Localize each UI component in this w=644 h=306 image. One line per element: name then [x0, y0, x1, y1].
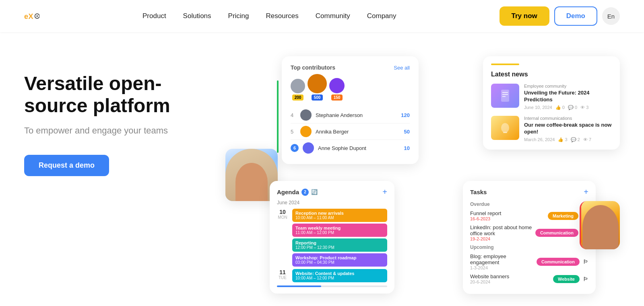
task-date-4: 20-6-2024	[470, 279, 550, 284]
request-demo-button[interactable]: Request a demo	[24, 155, 109, 176]
nav-links: Product Solutions Pricing Resources Comm…	[142, 12, 396, 20]
nav-company[interactable]: Company	[367, 12, 396, 20]
agenda-day-11: 11 TUE Website: Content & updates 10:00 …	[277, 269, 387, 282]
task-info-1: Funnel report 16-6-2023	[470, 210, 545, 221]
news-item-1: Employee community Unveiling the Future:…	[491, 84, 612, 110]
svg-text:e: e	[24, 12, 28, 21]
task-flag-3: 🏳	[583, 259, 588, 265]
agenda-day-num-11: 11 TUE	[277, 269, 288, 280]
contributor-row-6: 6 Anne Sophie Dupont 10	[291, 140, 410, 156]
score-badge-2: 500	[312, 94, 323, 101]
task-name-1: Funnel report	[470, 210, 545, 216]
contributor-avatar-2: 500	[308, 74, 327, 101]
task-name-4: Website banners	[470, 273, 550, 279]
agenda-day-num-10: 10 MON	[277, 209, 288, 220]
hero-subtitle: To empower and engage your teams	[24, 125, 201, 137]
task-tag-1: Marketing	[548, 212, 578, 220]
news-content-2: Internal communications Our new coffee-b…	[524, 116, 612, 142]
logo[interactable]: e X	[24, 8, 39, 24]
agenda-title-row: Agenda 2 🔄	[277, 189, 318, 196]
upcoming-label: Upcoming	[470, 244, 588, 250]
see-all-link[interactable]: See all	[394, 65, 410, 71]
agenda-header: Agenda 2 🔄 +	[277, 187, 387, 197]
task-upcoming-2: Website banners 20-6-2024 Website 🏳	[470, 273, 588, 284]
nav-solutions[interactable]: Solutions	[183, 12, 211, 20]
event-team-meeting[interactable]: Team weekly meeting 11:00 AM – 12:00 PM	[292, 224, 387, 237]
task-date-1: 16-6-2023	[470, 216, 545, 221]
agenda-progress-fill	[277, 285, 321, 287]
contributors-card: Top contributors See all 200 500 150	[282, 56, 419, 164]
task-upcoming-1: Blog: employee engagement 1-3-2024 Commu…	[470, 253, 588, 270]
hero-right: Top contributors See all 200 500 150	[225, 56, 620, 306]
hero-left: Versatile open-source platform To empowe…	[24, 56, 201, 176]
task-name-3: Blog: employee engagement	[470, 253, 533, 265]
event-workshop[interactable]: Workshop: Product roadmap 03:00 PM – 04:…	[292, 253, 387, 267]
agenda-events-day-10: Reception new arrivals 10:00 AM – 11:00 …	[292, 209, 387, 267]
news-headline-1[interactable]: Unveiling the Future: 2024 Predictions	[524, 90, 612, 103]
nav-resources[interactable]: Resources	[266, 12, 299, 20]
task-date-2: 19-2-2024	[470, 236, 532, 241]
nav-actions: Try now Demo En	[500, 6, 620, 26]
task-info-2: LinkedIn: post about home office work 19…	[470, 224, 532, 241]
contrib-avatar-6	[303, 142, 314, 154]
news-image-2	[491, 116, 519, 140]
task-flag-4: 🏳	[583, 276, 588, 282]
news-accent-bar	[491, 64, 519, 65]
news-image-1	[491, 84, 519, 108]
tasks-add-button[interactable]: +	[584, 187, 588, 197]
language-button[interactable]: En	[602, 7, 620, 25]
nav-pricing[interactable]: Pricing	[228, 12, 249, 20]
svg-point-8	[501, 123, 509, 133]
task-info-3: Blog: employee engagement 1-3-2024	[470, 253, 533, 270]
agenda-card: Agenda 2 🔄 + June 2024 10 MON Reception …	[270, 181, 394, 294]
event-reception[interactable]: Reception new arrivals 10:00 AM – 11:00 …	[292, 209, 387, 222]
news-card-title: Latest news	[491, 71, 612, 78]
user-photo-card-2	[580, 201, 620, 249]
task-date-3: 1-3-2024	[470, 265, 533, 270]
contributor-row-4: 4 Stephanie Anderson 120	[291, 107, 410, 123]
navbar: e X Product Solutions Pricing Resources …	[0, 0, 644, 32]
contributors-title: Top contributors	[291, 64, 335, 71]
agenda-title: Agenda	[277, 189, 299, 195]
score-badge-1: 200	[292, 94, 304, 101]
hero-section: Versatile open-source platform To empowe…	[0, 32, 644, 306]
svg-rect-9	[503, 132, 507, 133]
event-reporting[interactable]: Reporting 12:00 PM – 12:30 PM	[292, 238, 387, 252]
news-card: Latest news Employee community Unveiling…	[483, 56, 620, 150]
score-badge-3: 150	[331, 94, 343, 101]
news-meta-1: June 10, 2024 👍 0 💬 0 👁 3	[524, 105, 612, 110]
green-accent-line	[277, 80, 279, 153]
contributors-header: Top contributors See all	[291, 64, 410, 71]
svg-text:X: X	[28, 12, 33, 21]
contrib-avatar-4	[300, 109, 312, 121]
agenda-badge: 2	[301, 189, 309, 196]
task-tag-3: Communication	[537, 258, 580, 266]
contributors-avatars: 200 500 150	[291, 76, 410, 101]
contributor-avatar-3: 150	[329, 78, 345, 101]
try-now-button[interactable]: Try now	[500, 6, 549, 26]
task-tag-2: Communication	[535, 229, 578, 237]
agenda-month: June 2024	[277, 200, 387, 205]
task-overdue-1: Funnel report 16-6-2023 Marketing 🚩	[470, 210, 588, 221]
agenda-progress-bar	[277, 285, 387, 287]
nav-product[interactable]: Product	[142, 12, 166, 20]
news-meta-2: March 26, 2024 👍 3 💬 2 👁 7	[524, 137, 612, 142]
task-name-2: LinkedIn: post about home office work	[470, 224, 532, 236]
event-website-content[interactable]: Website: Content & updates 10:00 AM – 12…	[292, 269, 387, 282]
agenda-day-10: 10 MON Reception new arrivals 10:00 AM –…	[277, 209, 387, 267]
task-overdue-2: LinkedIn: post about home office work 19…	[470, 224, 588, 241]
svg-rect-4	[501, 90, 509, 102]
nav-community[interactable]: Community	[316, 12, 350, 20]
agenda-add-button[interactable]: +	[382, 187, 387, 197]
news-content-1: Employee community Unveiling the Future:…	[524, 84, 612, 110]
news-headline-2[interactable]: Our new coffee-break space is now open!	[524, 122, 612, 136]
contributor-avatar-1: 200	[291, 79, 305, 101]
agenda-events-day-11: Website: Content & updates 10:00 AM – 12…	[292, 269, 387, 282]
demo-button[interactable]: Demo	[554, 6, 597, 26]
overdue-label: Overdue	[470, 201, 588, 207]
hero-title: Versatile open-source platform	[24, 72, 201, 117]
contrib-avatar-5	[300, 126, 312, 137]
svg-point-3	[36, 15, 38, 17]
tasks-header: Tasks +	[470, 187, 588, 197]
task-info-4: Website banners 20-6-2024	[470, 273, 550, 284]
